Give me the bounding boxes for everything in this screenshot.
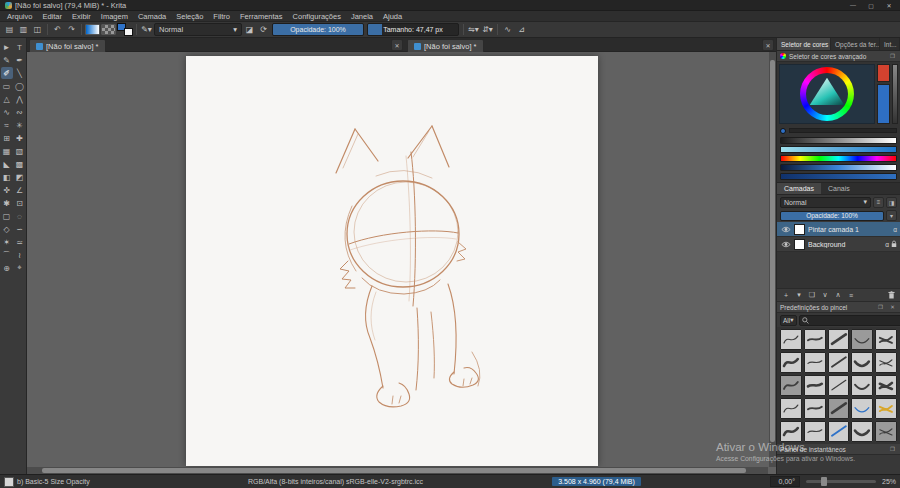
add-layer-dropdown[interactable]: ▾ [793, 289, 805, 301]
brush-preset-thumbnail[interactable] [828, 375, 850, 396]
brush-preset-thumbnail[interactable] [780, 421, 802, 442]
new-document-button[interactable]: ▤ [3, 23, 16, 36]
opacity-slider[interactable]: Opacidade: 100% [272, 23, 364, 36]
crop-tool[interactable]: ▦ [1, 145, 13, 157]
brush-preset-thumbnail[interactable] [804, 375, 826, 396]
zoom-slider[interactable] [806, 480, 876, 483]
layer-visibility-toggle[interactable] [780, 226, 791, 233]
rectangular-selection-tool[interactable]: ▢ [1, 210, 13, 222]
gradient-tool[interactable]: ▧ [14, 145, 26, 157]
dynamic-brush-tool[interactable]: ≈ [1, 119, 13, 131]
zoom-tool[interactable]: ⊕ [1, 262, 13, 274]
polygon-tool[interactable]: △ [1, 93, 13, 105]
close-button[interactable]: ✕ [880, 0, 898, 11]
assistant-snap-button[interactable]: ⊿ [515, 23, 528, 36]
layer-filter-button[interactable]: ≡ [873, 197, 884, 208]
close-subwindow-button[interactable]: ✕ [391, 39, 403, 51]
menu-ajuda[interactable]: Ajuda [378, 12, 407, 21]
contiguous-selection-tool[interactable]: ✶ [1, 236, 13, 248]
menu-selecao[interactable]: Seleção [171, 12, 208, 21]
menu-imagem[interactable]: Imagem [96, 12, 133, 21]
edit-shapes-tool[interactable]: ✎ [1, 54, 13, 66]
layer-opacity-decrease-button[interactable]: ▾ [886, 210, 897, 221]
brush-preset-thumbnail[interactable] [851, 352, 873, 373]
vertical-scrollbar[interactable] [769, 52, 776, 467]
measure-tool[interactable]: ∠ [14, 184, 26, 196]
zoom-slider-handle[interactable] [821, 477, 827, 486]
save-document-button[interactable]: ◫ [31, 23, 44, 36]
maximize-button[interactable]: ▢ [862, 0, 880, 11]
pattern-edit-tool[interactable]: ▩ [14, 158, 26, 170]
vertical-scrollbar-thumb[interactable] [770, 60, 775, 442]
canvas-rotation-field[interactable]: 0,00° [770, 476, 800, 487]
elliptical-selection-tool[interactable]: ◌ [14, 210, 26, 222]
docker-float-button[interactable]: ❐ [888, 445, 897, 454]
brush-preset-thumbnail[interactable] [804, 421, 826, 442]
brush-preset-thumbnail[interactable] [851, 421, 873, 442]
brush-preset-thumbnail[interactable] [828, 398, 850, 419]
layer-view-mode-button[interactable]: ◨ [886, 197, 897, 208]
canvas[interactable] [186, 56, 598, 466]
move-tool[interactable]: ✚ [14, 132, 26, 144]
polyline-tool[interactable]: ⋀ [14, 93, 26, 105]
document-tab-2[interactable]: [Não foi salvo] * [407, 39, 484, 52]
rectangle-tool[interactable]: ▭ [1, 80, 13, 92]
tab-channels[interactable]: Canais [821, 183, 857, 194]
channel-slider-5[interactable] [780, 173, 897, 180]
brush-preset-thumbnail[interactable] [828, 421, 850, 442]
move-layer-down-button[interactable]: ∨ [819, 289, 831, 301]
brush-preset-thumbnail[interactable] [828, 352, 850, 373]
horizontal-scrollbar[interactable] [27, 467, 768, 474]
bezier-curve-tool[interactable]: ∿ [1, 106, 13, 118]
menu-exibir[interactable]: Exibir [67, 12, 96, 21]
brush-preset-thumbnail[interactable] [875, 329, 897, 350]
enclose-fill-tool[interactable]: ◩ [14, 171, 26, 183]
calligraphy-tool[interactable]: ✒ [14, 54, 26, 66]
preset-search-box[interactable] [799, 315, 900, 326]
docker-tab-opcoes-da-fer[interactable]: Opções da fer... [831, 38, 880, 50]
layer-blending-mode-select[interactable]: Normal ▾ [780, 197, 871, 208]
menu-ferramentas[interactable]: Ferramentas [235, 12, 288, 21]
brush-preset-thumbnail[interactable] [804, 329, 826, 350]
channel-slider-4[interactable] [780, 164, 897, 171]
value-strip[interactable] [892, 64, 898, 124]
menu-janela[interactable]: Janela [346, 12, 378, 21]
preset-tag-select[interactable]: All ▾ [780, 315, 797, 326]
brush-preset-thumbnail[interactable] [875, 398, 897, 419]
foreground-background-colors[interactable] [117, 23, 133, 36]
current-color-swatch[interactable] [877, 84, 890, 124]
horizontal-scrollbar-thumb[interactable] [42, 468, 746, 473]
eraser-mode-button[interactable]: ◪ [243, 23, 256, 36]
menu-editar[interactable]: Editar [37, 12, 67, 21]
layer-row[interactable]: Pintar camada 1α [777, 222, 900, 237]
similar-color-selection-tool[interactable]: ≃ [14, 236, 26, 248]
pan-tool[interactable]: ⌖ [14, 262, 26, 274]
tab-layers[interactable]: Camadas [777, 183, 821, 194]
shape-select-tool[interactable]: ► [1, 41, 13, 53]
multibrush-tool[interactable]: ✳ [14, 119, 26, 131]
fill-tool[interactable]: ◧ [1, 171, 13, 183]
brush-preset-thumbnail[interactable] [780, 375, 802, 396]
open-document-button[interactable]: ▥ [17, 23, 30, 36]
docker-float-button[interactable]: ❐ [888, 52, 897, 61]
brush-preset-thumbnail[interactable] [804, 352, 826, 373]
undo-button[interactable]: ↶ [51, 23, 64, 36]
edit-brush-settings-button[interactable]: ✎▾ [140, 23, 153, 36]
menu-arquivo[interactable]: Arquivo [2, 12, 37, 21]
magnetic-selection-tool[interactable]: ≀ [14, 249, 26, 261]
add-layer-button[interactable]: + [780, 289, 792, 301]
brush-preset-thumbnail[interactable] [875, 375, 897, 396]
brush-preset-thumbnail[interactable] [851, 375, 873, 396]
alpha-lock-icon[interactable]: α [885, 241, 889, 248]
docker-tab-int[interactable]: Int... [880, 38, 900, 50]
brush-preset-thumbnail[interactable] [851, 329, 873, 350]
bezier-selection-tool[interactable]: ⌒ [1, 249, 13, 261]
document-tab-1[interactable]: [Não foi salvo] * [29, 39, 106, 52]
reference-images-tool[interactable]: ⊡ [14, 197, 26, 209]
pattern-chooser[interactable] [101, 24, 116, 35]
previous-color-swatch[interactable] [877, 64, 890, 82]
freehand-selection-tool[interactable]: ∽ [14, 223, 26, 235]
size-slider[interactable]: Tamanho: 47,47 px [367, 23, 459, 36]
reload-preset-button[interactable]: ⟳ [257, 23, 270, 36]
blending-mode-select[interactable]: Normal▾ [154, 23, 242, 36]
